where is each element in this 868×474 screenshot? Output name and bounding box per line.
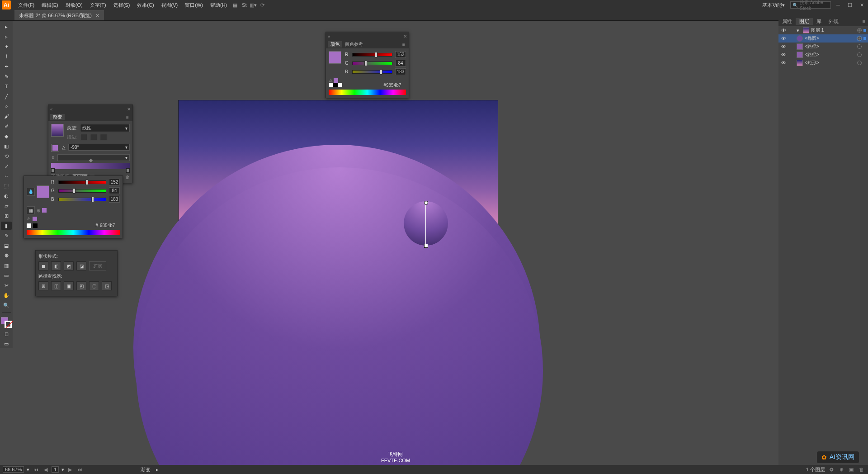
- hex-value[interactable]: 9854b7: [386, 83, 406, 87]
- swatches-icon[interactable]: ▦: [27, 206, 35, 214]
- intersect-button[interactable]: ◩: [64, 261, 74, 270]
- first-artboard-button[interactable]: ⏮: [32, 467, 40, 472]
- libraries-tab[interactable]: 库: [813, 18, 825, 25]
- blend-tool[interactable]: ⬓: [1, 242, 12, 250]
- sublayer-path1[interactable]: 👁 <路径>: [778, 43, 868, 51]
- perspective-tool[interactable]: ▱: [1, 202, 12, 210]
- layer-name[interactable]: <矩形>: [805, 60, 855, 66]
- expand-icon[interactable]: ▾: [797, 28, 801, 33]
- black-swatch[interactable]: [333, 83, 338, 87]
- gradient-stop-1[interactable]: [51, 168, 55, 173]
- layer-name[interactable]: 图层 1: [811, 27, 855, 33]
- panel-collapse-icon[interactable]: «: [328, 34, 330, 39]
- gamut-swatch[interactable]: [42, 208, 47, 213]
- color-swatch[interactable]: [329, 51, 341, 64]
- menu-edit[interactable]: 编辑(E): [38, 2, 62, 9]
- target-icon[interactable]: [857, 28, 862, 33]
- gamut-swatch[interactable]: [334, 78, 338, 83]
- g-slider[interactable]: [58, 189, 106, 193]
- gpu-icon[interactable]: ⟳: [258, 0, 267, 9]
- artboard-number-input[interactable]: 1: [52, 466, 59, 473]
- gradient-tool[interactable]: ▮: [1, 222, 12, 230]
- draw-mode-icon[interactable]: ◻: [1, 330, 12, 338]
- panel-collapse-icon[interactable]: «: [50, 107, 53, 112]
- menu-effect[interactable]: 效果(C): [133, 2, 157, 9]
- last-artboard-button[interactable]: ⏭: [76, 467, 84, 472]
- menu-help[interactable]: 帮助(H): [207, 2, 231, 9]
- locate-icon[interactable]: ⯐: [828, 467, 835, 472]
- shape-builder-tool[interactable]: ◐: [1, 192, 12, 200]
- panel-menu-icon[interactable]: ≡: [860, 19, 868, 24]
- zoom-input[interactable]: 66.67%: [3, 466, 24, 473]
- stop-color-swatch[interactable]: [37, 185, 49, 198]
- angle-input[interactable]: -90°▾: [68, 144, 130, 151]
- arrange-icon[interactable]: ▥▾: [249, 0, 258, 9]
- g-value[interactable]: 84: [109, 187, 120, 194]
- panel-close-icon[interactable]: ✕: [127, 107, 131, 112]
- layer-row[interactable]: 👁 ▾ 图层 1: [778, 26, 868, 34]
- stock-search-input[interactable]: 🔍 搜索 Adobe Stock: [790, 1, 831, 9]
- rotate-tool[interactable]: ⟲: [1, 152, 12, 160]
- g-slider[interactable]: [352, 62, 392, 65]
- slice-tool[interactable]: ✂: [1, 281, 12, 289]
- lasso-tool[interactable]: ⌇: [1, 52, 12, 61]
- hand-tool[interactable]: ✋: [1, 291, 12, 299]
- gradient-annotator[interactable]: [425, 203, 426, 246]
- width-tool[interactable]: ↔: [1, 172, 12, 180]
- appearance-tab[interactable]: 外观: [825, 18, 842, 25]
- new-sublayer-icon[interactable]: ⊕: [838, 467, 845, 473]
- unite-button[interactable]: ◼: [38, 261, 48, 270]
- sublayer-ellipse[interactable]: 👁 <椭圆>: [778, 34, 868, 43]
- layer-name[interactable]: <路径>: [805, 43, 855, 50]
- shaper-tool[interactable]: ◆: [1, 132, 12, 140]
- direct-selection-tool[interactable]: ▹: [1, 33, 12, 41]
- bridge-icon[interactable]: ▦: [231, 0, 240, 9]
- ellipse-tool[interactable]: ○: [1, 102, 12, 110]
- delete-layer-icon[interactable]: 🗑: [858, 467, 865, 472]
- spectrum-picker[interactable]: [329, 90, 406, 95]
- properties-tab[interactable]: 属性: [778, 18, 796, 25]
- blob-brush-tool[interactable]: ✐: [1, 122, 12, 130]
- close-icon[interactable]: ✕: [857, 1, 866, 9]
- layers-tab[interactable]: 图层: [796, 18, 813, 25]
- gradient-fill-stroke[interactable]: [51, 144, 59, 152]
- divide-button[interactable]: ⊞: [38, 281, 48, 290]
- visibility-icon[interactable]: 👁: [780, 52, 787, 58]
- document-tab[interactable]: 未标题-2* @ 66.67% (RGB/预览) ✕: [14, 10, 104, 20]
- menu-window[interactable]: 窗口(W): [181, 2, 207, 9]
- menu-file[interactable]: 文件(F): [14, 2, 38, 9]
- merge-button[interactable]: ▣: [64, 281, 74, 290]
- line-tool[interactable]: ╱: [1, 92, 12, 100]
- b-value[interactable]: 183: [395, 68, 406, 75]
- trim-button[interactable]: ◫: [51, 281, 61, 290]
- artboard-tool[interactable]: ▭: [1, 271, 12, 280]
- screen-mode-icon[interactable]: ▭: [1, 340, 12, 348]
- selection-tool[interactable]: ▸: [1, 23, 12, 31]
- mesh-tool[interactable]: ⊞: [1, 212, 12, 220]
- minus-back-button[interactable]: ◳: [102, 281, 112, 290]
- black-swatch[interactable]: [33, 223, 38, 228]
- stroke-swatch[interactable]: [5, 321, 12, 328]
- panel-menu-icon[interactable]: ≡: [401, 41, 407, 47]
- curvature-tool[interactable]: ✎: [1, 72, 12, 81]
- gradient-preview[interactable]: [51, 124, 64, 137]
- target-icon[interactable]: [857, 52, 862, 57]
- spectrum-picker[interactable]: [27, 230, 120, 235]
- visibility-icon[interactable]: 👁: [780, 35, 787, 42]
- pen-tool[interactable]: ✒: [1, 62, 12, 71]
- magic-wand-tool[interactable]: ✦: [1, 43, 12, 51]
- type-tool[interactable]: T: [1, 82, 12, 90]
- minus-front-button[interactable]: ◧: [51, 261, 61, 270]
- gradient-stop-2[interactable]: [126, 168, 130, 173]
- white-swatch[interactable]: [27, 223, 31, 228]
- prev-artboard-button[interactable]: ◀: [42, 467, 49, 473]
- gradient-tab[interactable]: 渐变: [50, 114, 65, 120]
- r-value[interactable]: 152: [395, 51, 406, 58]
- gradient-type-dropdown[interactable]: 线性▾: [80, 124, 130, 132]
- sublayer-rect[interactable]: 👁 <矩形>: [778, 59, 868, 67]
- color-guide-tab[interactable]: 颜色参考: [342, 41, 366, 47]
- white-swatch[interactable]: [338, 83, 342, 87]
- stock-icon[interactable]: St: [240, 0, 249, 9]
- outline-button[interactable]: ▢: [89, 281, 99, 290]
- color-tab[interactable]: 颜色: [328, 41, 342, 47]
